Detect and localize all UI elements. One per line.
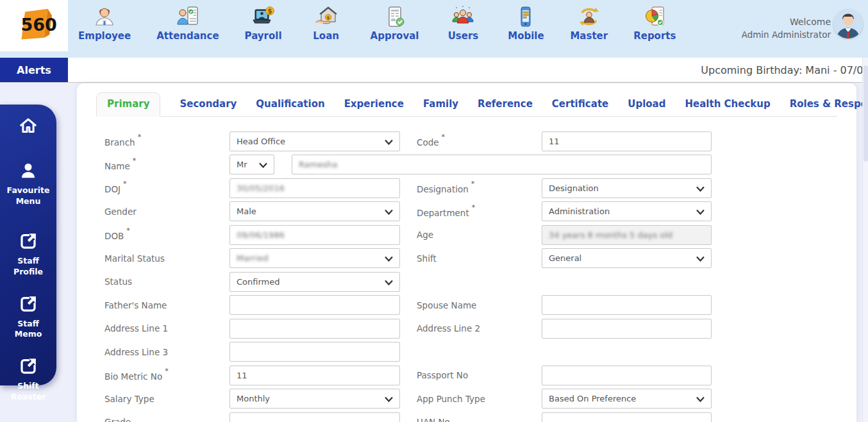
sidebar-item-staff-memo[interactable]: Staff Memo (0, 294, 56, 341)
form-row: Father's Name Spouse Name (104, 294, 856, 317)
welcome-user-name: Admin Administrator (742, 30, 831, 40)
logo-560-icon: 560 (7, 6, 61, 45)
form-row: Gender Male Department* Administration (104, 200, 856, 224)
salary-type-select[interactable]: Monthly (230, 389, 400, 409)
vertical-scrollbar[interactable] (862, 58, 868, 422)
chevron-down-icon (259, 162, 267, 168)
sidebar-item-shift-roaster[interactable]: Shift Roaster (0, 357, 56, 403)
name-title-select[interactable]: Mr (230, 155, 274, 174)
approval-icon (383, 5, 406, 28)
employee-form-panel: Primary Secondary Qualification Experien… (77, 83, 856, 422)
tab-family[interactable]: Family (423, 93, 458, 116)
primary-details-form: Branch* Head Office Code* Name* Mr Rames… (104, 130, 856, 422)
chevron-down-icon (696, 209, 705, 215)
chevron-down-icon (696, 256, 705, 262)
form-row: Grade UAN No (104, 410, 856, 422)
gender-select[interactable]: Male (230, 201, 400, 221)
nav-label: Approval (371, 30, 419, 42)
nav-item-payroll[interactable]: $ Payroll (245, 5, 282, 42)
gender-label: Gender (104, 207, 230, 217)
scrollbar-thumb[interactable] (864, 65, 868, 162)
uan-no-input[interactable] (542, 412, 712, 422)
sidebar-item-home[interactable] (19, 116, 38, 135)
form-row: DOB* 09/06/1986 Age 34 years 8 months 5 … (104, 223, 856, 247)
nav-item-reports[interactable]: Reports (633, 5, 676, 42)
bio-metric-no-label: Bio Metric No* (104, 369, 230, 382)
grade-input[interactable] (230, 412, 400, 422)
age-label: Age (400, 230, 542, 240)
bio-metric-no-input[interactable] (230, 366, 400, 385)
alerts-tab[interactable]: Alerts (0, 58, 68, 83)
share-arrow-icon (19, 294, 38, 314)
branch-label: Branch* (104, 135, 230, 148)
form-row: Name* Mr Ramesha (104, 153, 856, 177)
shift-select[interactable]: General (542, 248, 712, 268)
chevron-down-icon (385, 280, 393, 285)
user-avatar[interactable] (833, 9, 863, 38)
name-label: Name* (104, 159, 230, 171)
address-line-3-input[interactable] (230, 342, 400, 362)
department-select[interactable]: Administration (542, 201, 712, 221)
nav-item-loan[interactable]: $ Loan (308, 5, 345, 42)
users-icon (451, 5, 474, 28)
spouse-name-input[interactable] (542, 295, 712, 315)
tab-upload[interactable]: Upload (628, 93, 665, 116)
nav-label: Payroll (245, 30, 282, 42)
address-line-2-input[interactable] (542, 319, 712, 339)
nav-item-mobile[interactable]: Mobile (507, 5, 544, 42)
tab-qualification[interactable]: Qualification (256, 93, 324, 116)
sidebar-item-label: Shift Roaster (0, 381, 56, 403)
form-row: Address Line 3 (104, 341, 856, 364)
sidebar-item-staff-profile[interactable]: Staff Profile (0, 232, 56, 278)
fathers-name-input[interactable] (230, 295, 400, 315)
welcome-line: Welcome (742, 17, 831, 27)
nav-item-master[interactable]: Master (570, 5, 608, 42)
spouse-name-label: Spouse Name (400, 300, 542, 310)
mobile-icon (514, 5, 537, 28)
chevron-down-icon (385, 139, 393, 145)
birthday-ticker: Upcoming Birthday: Mani - 07/01/ (701, 58, 868, 83)
tab-reference[interactable]: Reference (478, 93, 533, 116)
master-icon (578, 5, 601, 28)
designation-label: Designation* (400, 182, 542, 194)
nav-label: Employee (78, 30, 131, 42)
home-icon (19, 116, 38, 135)
tab-certificate[interactable]: Certificate (552, 93, 608, 116)
code-input[interactable] (542, 131, 712, 151)
share-arrow-icon (19, 232, 38, 251)
grade-label: Grade (104, 417, 230, 422)
nav-item-attendance[interactable]: Attendance (156, 5, 219, 42)
app-punch-type-label: App Punch Type (400, 394, 542, 404)
address-line-1-input[interactable] (230, 319, 400, 339)
passport-no-input[interactable] (542, 366, 712, 385)
form-row: Salary Type Monthly App Punch Type Based… (104, 387, 856, 411)
tab-health-checkup[interactable]: Health Checkup (685, 93, 770, 116)
name-input[interactable]: Ramesha (292, 155, 712, 174)
nav-item-users[interactable]: Users (444, 5, 481, 42)
tab-roles-responsibilities[interactable]: Roles & Responsibilities (790, 93, 868, 116)
nav-item-approval[interactable]: Approval (371, 5, 419, 42)
nav-label: Reports (633, 30, 676, 42)
marital-status-label: Marital Status (104, 253, 230, 264)
status-select[interactable]: Confirmed (230, 272, 400, 292)
loan-icon: $ (315, 5, 338, 28)
department-label: Department* (400, 206, 542, 218)
branch-select[interactable]: Head Office (230, 131, 400, 151)
form-row: Branch* Head Office Code* (104, 130, 856, 153)
tab-experience[interactable]: Experience (344, 93, 404, 116)
sidebar-item-label: Favourite Menu (0, 185, 56, 207)
nav-item-employee[interactable]: Employee (78, 5, 131, 42)
address-line-1-label: Address Line 1 (104, 323, 230, 333)
tab-primary[interactable]: Primary (96, 92, 160, 117)
app-logo: 560 (0, 0, 68, 51)
marital-status-select[interactable]: Married (230, 248, 400, 268)
svg-text:560: 560 (21, 15, 56, 35)
doj-input[interactable]: 30/05/2016 (230, 178, 400, 198)
welcome-text: Welcome Admin Administrator (742, 17, 831, 40)
tab-secondary[interactable]: Secondary (179, 93, 237, 116)
designation-select[interactable]: Designation (542, 178, 712, 198)
app-punch-type-select[interactable]: Based On Preference (542, 389, 712, 409)
dob-input[interactable]: 09/06/1986 (230, 225, 400, 245)
payroll-icon: $ (252, 5, 275, 28)
sidebar-item-favourite-menu[interactable]: Favourite Menu (0, 161, 56, 207)
